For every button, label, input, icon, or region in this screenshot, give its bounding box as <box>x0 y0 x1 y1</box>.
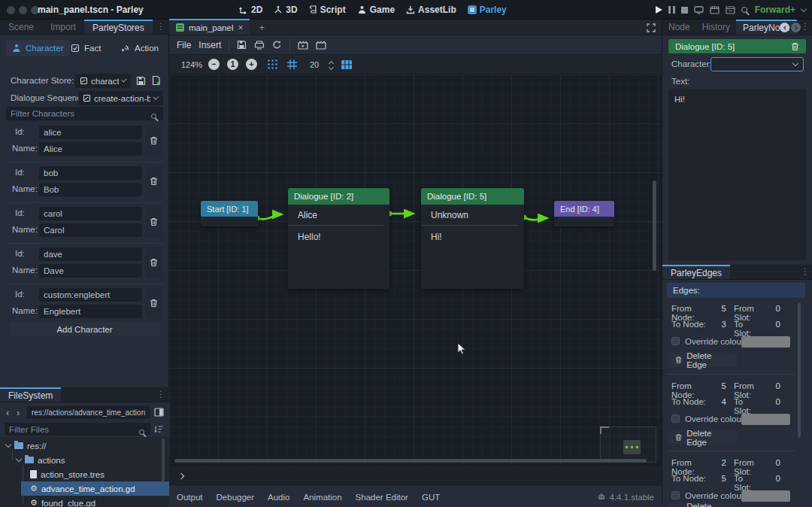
override-colour-checkbox[interactable] <box>671 337 680 345</box>
store-tab-fact[interactable]: Fact <box>65 40 107 56</box>
override-colour-checkbox[interactable] <box>671 414 680 423</box>
zoom-out-button[interactable]: − <box>208 59 220 70</box>
dock-menu-icon[interactable]: ⋮ <box>801 23 810 30</box>
menu-file[interactable]: File <box>177 40 191 50</box>
character-select[interactable] <box>710 57 804 71</box>
add-character-button[interactable]: Add Character <box>9 322 160 336</box>
horizontal-scrollbar[interactable] <box>174 459 647 463</box>
window-close-button[interactable] <box>7 6 15 14</box>
delete-edge-button[interactable]: Delete Edge <box>668 430 737 445</box>
bottom-panel-expander[interactable] <box>169 465 662 486</box>
tab-parleystores[interactable]: ParleyStores <box>84 20 153 34</box>
tab-import[interactable]: Import <box>42 20 84 34</box>
tab-filesystem[interactable]: FileSystem <box>0 387 61 402</box>
tab-assetlib[interactable]: AssetLib <box>404 5 459 15</box>
colour-swatch[interactable] <box>741 336 790 348</box>
character-name-input[interactable] <box>39 142 142 156</box>
filter-characters-input[interactable] <box>6 107 163 120</box>
history-back-icon[interactable]: ‹ <box>6 408 9 417</box>
movie-maker-icon[interactable] <box>710 6 720 14</box>
delete-character-button[interactable] <box>145 247 162 278</box>
character-name-input[interactable] <box>39 305 142 318</box>
history-forward-icon[interactable]: › <box>17 408 20 417</box>
save-store-icon[interactable] <box>136 76 146 86</box>
store-tab-character[interactable]: Character <box>6 40 70 56</box>
tab-scene[interactable]: Scene <box>0 20 42 34</box>
window-minimize-button[interactable] <box>19 6 27 14</box>
dock-menu-icon[interactable]: ⋮ <box>156 23 165 30</box>
stop-button[interactable] <box>681 7 688 14</box>
character-id-input[interactable] <box>39 126 142 139</box>
tab-history[interactable]: History <box>696 20 736 35</box>
zoom-reset-button[interactable]: 1 <box>227 59 238 70</box>
new-tab-icon[interactable]: + <box>259 20 265 35</box>
character-store-dropdown[interactable]: character_st <box>75 74 131 88</box>
character-id-input[interactable] <box>39 166 142 180</box>
refresh-icon[interactable] <box>272 40 282 50</box>
renderer-selector[interactable]: Forward+ <box>755 5 795 15</box>
snap-toggle-icon[interactable] <box>267 59 278 70</box>
dock-menu-icon[interactable]: ⋮ <box>801 268 810 275</box>
zoom-in-button[interactable]: + <box>246 59 257 70</box>
split-mode-icon[interactable] <box>154 408 164 417</box>
sort-files-icon[interactable] <box>154 424 164 434</box>
colour-swatch[interactable] <box>741 414 790 425</box>
store-tab-action[interactable]: Action <box>114 40 165 56</box>
tree-item-file-selected[interactable]: ⚙ advance_time_action.gd <box>21 481 169 496</box>
grid-toggle-icon[interactable] <box>286 59 298 70</box>
tab-parley[interactable]: Parley <box>465 5 509 15</box>
inspector-back-icon[interactable] <box>780 23 789 32</box>
dialogue-sequence-dropdown[interactable]: create-action-basi <box>78 91 163 105</box>
dock-menu-icon[interactable]: ⋮ <box>156 390 165 398</box>
bottom-tab-output[interactable]: Output <box>177 493 210 502</box>
vertical-scrollbar[interactable] <box>653 181 656 271</box>
test-dialogue-icon[interactable] <box>298 41 308 50</box>
scene-tab-main-panel[interactable]: main_panel × <box>169 19 250 35</box>
delete-character-button[interactable] <box>145 206 162 238</box>
graph-node-start[interactable]: Start [ID: 1] <box>201 201 258 226</box>
delete-character-button[interactable] <box>145 125 162 156</box>
graph-node-end[interactable]: End [ID: 4] <box>554 201 614 226</box>
tab-parleyedges[interactable]: ParleyEdges <box>662 265 730 279</box>
tab-node[interactable]: Node <box>662 20 696 35</box>
test-scene-icon[interactable] <box>316 41 326 50</box>
bottom-tab-gut[interactable]: GUT <box>415 493 447 502</box>
character-name-input[interactable] <box>39 264 142 278</box>
profiler-icon[interactable] <box>741 5 747 15</box>
bottom-tab-audio[interactable]: Audio <box>261 493 296 502</box>
distraction-free-icon[interactable] <box>647 23 656 32</box>
tab-3d[interactable]: 3D <box>271 5 299 15</box>
inspector-forward-icon[interactable] <box>791 23 801 32</box>
graph-minimap[interactable] <box>600 427 656 463</box>
new-store-icon[interactable] <box>151 75 162 86</box>
delete-character-button[interactable] <box>145 287 162 319</box>
character-id-input[interactable] <box>39 247 142 261</box>
delete-node-button[interactable] <box>791 42 799 51</box>
delete-character-button[interactable] <box>145 165 162 197</box>
tree-item-res[interactable]: res:// <box>6 439 166 453</box>
edges-scrollbar[interactable] <box>798 302 801 438</box>
menu-insert[interactable]: Insert <box>198 40 221 50</box>
movie-writer-icon[interactable] <box>726 6 735 14</box>
tree-item-file[interactable]: ⚙ found_clue.gd <box>30 496 169 507</box>
delete-edge-button[interactable]: Delete Edge <box>668 353 737 367</box>
override-colour-checkbox[interactable] <box>671 491 680 499</box>
tab-game[interactable]: Game <box>355 5 397 15</box>
renderer-chevron-icon[interactable] <box>801 5 807 11</box>
grid-size-spinner[interactable] <box>329 59 333 69</box>
bottom-tab-animation[interactable]: Animation <box>296 493 348 502</box>
remote-debug-icon[interactable] <box>694 6 704 14</box>
pause-button[interactable] <box>668 6 675 14</box>
bottom-tab-debugger[interactable]: Debugger <box>210 493 262 502</box>
collapse-icon[interactable] <box>16 456 22 462</box>
tab-2d[interactable]: 2D <box>237 5 265 15</box>
delete-edge-button[interactable]: Delete Edge <box>668 503 737 507</box>
dialogue-text-area[interactable]: Hi! <box>668 89 806 260</box>
colour-swatch[interactable] <box>741 490 790 502</box>
minimap-toggle-icon[interactable] <box>341 59 353 70</box>
character-id-input[interactable] <box>39 207 142 220</box>
graph-canvas[interactable]: Start [ID: 1] Dialogue [ID: 2] Alice Hel… <box>169 74 662 465</box>
close-icon[interactable]: × <box>238 23 243 32</box>
graph-node-dialogue-2[interactable]: Dialogue [ID: 2] Alice Hello! <box>288 188 389 289</box>
character-id-input[interactable] <box>39 288 142 302</box>
